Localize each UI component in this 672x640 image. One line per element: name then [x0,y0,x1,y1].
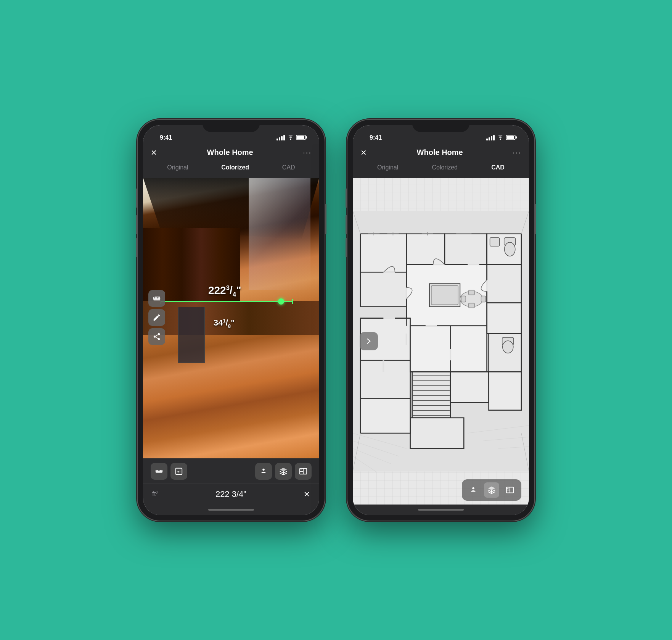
svg-rect-30 [487,303,521,333]
floorplan-cad-icon [506,486,514,494]
measurement-line-1 [161,301,293,302]
svg-rect-1 [297,135,304,139]
phone-2-screen: 9:41 [353,125,529,515]
wifi-icon-1 [287,135,294,141]
svg-point-15 [262,468,265,471]
tab-original-1[interactable]: Original [161,162,194,173]
nav-title-2: Whole Home [417,148,463,157]
svg-rect-27 [445,234,487,264]
svg-rect-24 [360,234,407,272]
cube-cad-button[interactable] [484,482,499,498]
cad-arrow-button[interactable] [360,332,378,350]
nav-bar-2: ✕ Whole Home ··· [353,144,529,162]
tab-cad-1[interactable]: CAD [276,162,301,173]
battery-icon-2 [506,135,517,141]
close-button-2[interactable]: ✕ [360,148,367,157]
nav-title-1: Whole Home [207,148,253,157]
svg-rect-35 [410,326,487,372]
person-cad-button[interactable] [466,482,481,498]
tab-colorized-2[interactable]: Colorized [426,162,464,173]
svg-rect-36 [412,372,450,418]
svg-rect-40 [410,418,464,448]
svg-rect-78 [468,303,474,308]
svg-point-72 [503,340,513,353]
edit-toolbar-button[interactable] [148,309,165,326]
phone-1-screen: 9:41 [143,125,319,515]
svg-rect-25 [360,272,407,306]
svg-point-97 [472,487,474,489]
phone-1: 9:41 [138,120,325,521]
ruler-toolbar-button[interactable] [148,290,165,307]
edit-icon [153,313,161,322]
measure-footer-close-button[interactable]: ✕ [304,490,310,499]
notch-2 [412,120,469,132]
svg-rect-21 [507,135,514,139]
wifi-icon-2 [497,135,504,141]
ruler-bottom-icon [155,467,163,476]
svg-point-69 [505,242,515,256]
bottom-toolbar-cad [353,475,529,505]
cube-bottom-button[interactable] [275,463,292,480]
svg-rect-22 [516,136,517,139]
area-icon: ft² [175,467,183,476]
cube-icon [279,467,288,476]
svg-rect-73 [431,285,458,305]
svg-text:ft²: ft² [177,470,180,473]
svg-rect-75 [461,296,466,302]
svg-rect-77 [468,290,474,295]
left-toolbar [148,290,165,345]
more-button-1[interactable]: ··· [303,148,312,157]
status-time-2: 9:41 [370,134,382,141]
svg-rect-70 [490,237,500,246]
phone-2-frame: 9:41 [347,120,534,521]
status-icons-1 [277,135,307,141]
person-bottom-button[interactable] [255,463,272,480]
tab-bar-1: Original Colorized CAD [143,162,319,178]
tab-bar-2: Original Colorized CAD [353,162,529,178]
home-indicator-bar-1 [208,509,254,511]
close-button-1[interactable]: ✕ [151,148,157,157]
person-icon [259,467,268,476]
person-cad-icon [469,486,477,494]
signal-icon-1 [277,135,285,140]
svg-rect-39 [489,372,521,410]
signal-icon-2 [486,135,495,140]
floorplan-cad-button[interactable] [502,482,518,498]
content-area-1: 2223/4" 341/8" [143,178,319,458]
phone-2: 9:41 [347,120,534,521]
notch-1 [203,120,260,132]
bottom-right-buttons [255,463,312,480]
svg-rect-2 [306,136,307,139]
measure-footer-label: ft² [152,490,158,498]
share-toolbar-button[interactable] [148,328,165,345]
floorplan-bottom-button[interactable] [295,463,312,480]
svg-rect-8 [156,470,162,472]
content-area-2 [353,178,529,505]
measurement-1-display: 2223/4" [208,284,241,298]
cad-floorplan-view [353,178,529,505]
svg-rect-41 [360,398,410,433]
more-button-2[interactable]: ··· [513,148,521,157]
status-time-1: 9:41 [160,134,172,141]
area-bottom-button[interactable]: ft² [170,463,187,480]
tab-cad-2[interactable]: CAD [485,162,511,173]
home-indicator-2 [353,505,529,515]
phone-1-frame: 9:41 [138,120,325,521]
tab-colorized-1[interactable]: Colorized [215,162,255,173]
floorplan-icon [299,467,307,476]
cad-svg [353,178,529,505]
home-indicator-bar-2 [418,509,464,511]
ruler-bottom-button[interactable] [151,463,167,480]
svg-rect-76 [481,296,486,302]
svg-rect-34 [360,360,410,398]
nav-bar-1: ✕ Whole Home ··· [143,144,319,162]
cad-toolbar-group [462,479,521,501]
measure-footer-value: 222 3/4" [215,489,246,499]
measurement-endpoint [278,298,284,305]
chevron-right-icon [365,337,373,345]
tab-original-2[interactable]: Original [371,162,404,173]
svg-rect-29 [487,264,521,303]
cube-cad-icon [487,486,496,494]
home-indicator-1 [143,505,319,515]
status-icons-2 [486,135,517,141]
